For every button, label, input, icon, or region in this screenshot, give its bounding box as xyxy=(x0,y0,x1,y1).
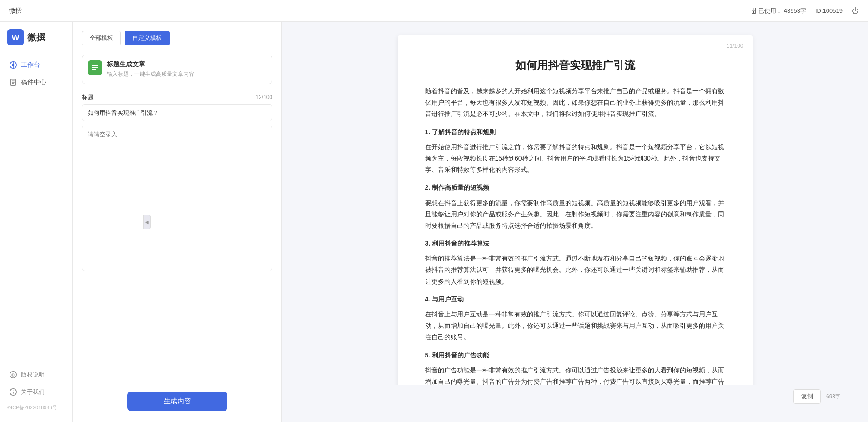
doc-page: 11/100 如何用抖音实现推广引流 随着抖音的普及，越来越多的人开始利用这个短… xyxy=(398,35,753,399)
heading-5: 5. 利用抖音的广告功能 xyxy=(425,350,725,361)
svg-rect-17 xyxy=(92,65,98,66)
file-icon xyxy=(9,78,17,86)
user-id: ID:100519 xyxy=(815,7,843,14)
para-3: 抖音的推荐算法是一种非常有效的推广引流方式。通过不断地发布和分享自己的短视频，你… xyxy=(425,253,725,287)
main-layout: W 微撰 工作台 稿件中心 xyxy=(0,22,868,422)
template-card[interactable]: 标题生成文章 输入标题，一键生成高质量文章内容 xyxy=(82,55,272,84)
heading-4: 4. 与用户互动 xyxy=(425,294,725,305)
doc-footer: 复制 693字 xyxy=(300,385,850,408)
topbar-title: 微撰 xyxy=(9,7,22,15)
para-intro: 随着抖音的普及，越来越多的人开始利用这个短视频分享平台来推广自己的产品或服务。抖… xyxy=(425,85,725,120)
title-input[interactable] xyxy=(82,104,272,121)
content-area: ◀ 全部模板 自定义模板 标题生成文章 输入标题，一键生成 xyxy=(73,22,868,422)
drafts-label: 稿件中心 xyxy=(21,78,46,86)
collapse-button[interactable]: ◀ xyxy=(143,215,151,229)
copyright-label: 版权说明 xyxy=(21,371,45,379)
template-icon xyxy=(88,60,102,75)
word-count: 693字 xyxy=(826,393,841,401)
sidebar-item-about[interactable]: 关于我们 xyxy=(0,383,72,401)
para-1: 在开始使用抖音进行推广引流之前，你需要了解抖音的特点和规则。抖音是一个短视频分享… xyxy=(425,141,725,176)
power-icon[interactable]: ⏻ xyxy=(852,7,859,15)
para-4: 在抖音上与用户互动是一种非常有效的推广引流方式。你可以通过回复评论、点赞、分享等… xyxy=(425,309,725,343)
doc-body: 随着抖音的普及，越来越多的人开始利用这个短视频分享平台来推广自己的产品或服务。抖… xyxy=(425,85,725,399)
svg-rect-19 xyxy=(92,69,96,70)
usage-count: 43953字 xyxy=(784,7,806,15)
svg-point-16 xyxy=(13,391,14,391)
topbar: 微撰 🗄 已使用： 43953字 ID:100519 ⏻ xyxy=(0,0,868,22)
left-panel: 全部模板 自定义模板 标题生成文章 输入标题，一键生成高质量文章内容 xyxy=(73,22,282,422)
logo-text: 微撰 xyxy=(27,31,45,44)
generate-button[interactable]: 生成内容 xyxy=(127,392,227,411)
sidebar-item-drafts[interactable]: 稿件中心 xyxy=(0,74,72,91)
workbench-label: 工作台 xyxy=(21,61,40,69)
topbar-right: 🗄 已使用： 43953字 ID:100519 ⏻ xyxy=(750,7,859,15)
usage-label: 已使用： xyxy=(758,7,782,15)
sidebar: W 微撰 工作台 稿件中心 xyxy=(0,22,73,422)
heading-1: 1. 了解抖音的特点和规则 xyxy=(425,126,725,138)
heading-2: 2. 制作高质量的短视频 xyxy=(425,182,725,193)
heading-3: 3. 利用抖音的推荐算法 xyxy=(425,238,725,249)
tab-all[interactable]: 全部模板 xyxy=(82,31,121,45)
grid-icon xyxy=(9,61,17,69)
storage-icon: 🗄 xyxy=(750,7,757,15)
tab-custom[interactable]: 自定义模板 xyxy=(125,31,170,45)
svg-text:©: © xyxy=(11,372,15,377)
char-count: 12/100 xyxy=(256,94,272,100)
template-title: 标题生成文章 xyxy=(107,60,194,69)
copy-button[interactable]: 复制 xyxy=(793,389,821,404)
doc-title: 如何用抖音实现推广引流 xyxy=(425,58,725,73)
sidebar-item-workbench[interactable]: 工作台 xyxy=(0,56,72,74)
para-2: 要想在抖音上获得更多的流量，你需要制作高质量的短视频。高质量的短视频能够吸引更多… xyxy=(425,197,725,232)
page-number: 11/100 xyxy=(727,43,743,49)
template-desc: 输入标题，一键生成高质量文章内容 xyxy=(107,70,194,78)
content-textarea[interactable] xyxy=(82,126,272,271)
copyright-icon: © xyxy=(9,371,17,379)
right-panel[interactable]: 11/100 如何用抖音实现推广引流 随着抖音的普及，越来越多的人开始利用这个短… xyxy=(282,22,868,422)
svg-text:W: W xyxy=(12,33,20,42)
svg-point-3 xyxy=(12,64,14,66)
icp-text: ©ICP备2022018946号 xyxy=(0,401,72,415)
label-text: 标题 xyxy=(82,93,94,101)
tab-row: 全部模板 自定义模板 xyxy=(82,31,272,45)
template-info: 标题生成文章 输入标题，一键生成高质量文章内容 xyxy=(107,60,194,78)
logo-area: W 微撰 xyxy=(0,29,72,56)
logo-icon: W xyxy=(7,29,24,45)
sidebar-item-copyright[interactable]: © 版权说明 xyxy=(0,366,72,383)
svg-rect-18 xyxy=(92,67,98,68)
sidebar-bottom: © 版权说明 关于我们 ©ICP备2022018946号 xyxy=(0,366,72,415)
form-label: 标题 12/100 xyxy=(82,93,272,101)
about-icon xyxy=(9,388,17,396)
usage-info: 🗄 已使用： 43953字 xyxy=(750,7,806,15)
about-label: 关于我们 xyxy=(21,388,45,396)
